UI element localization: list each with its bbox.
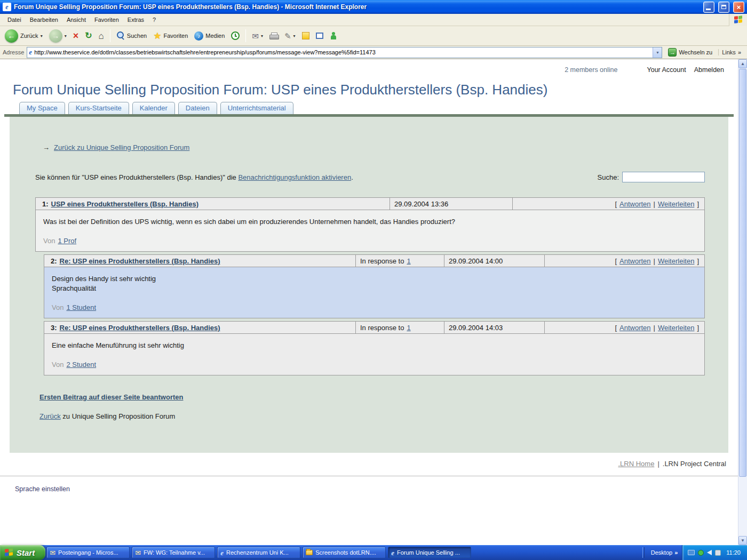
menu-datei[interactable]: Datei [3, 15, 26, 25]
refresh-button[interactable]: ↻ [82, 30, 94, 42]
back-to-forum-link[interactable]: Zurück zu Unique Selling Proposition For… [54, 143, 189, 151]
home-button[interactable]: ⌂ [96, 30, 107, 42]
minimize-button[interactable] [703, 2, 714, 13]
forum-search-input[interactable] [622, 172, 705, 182]
menu-ansicht[interactable]: Ansicht [62, 15, 90, 25]
reply-first-link[interactable]: Ersten Beitrag auf dieser Seite beantwor… [39, 393, 183, 401]
lrn-home-link[interactable]: .LRN Home [618, 460, 654, 468]
weiterleiten-link[interactable]: Weiterleiten [658, 324, 694, 332]
search-icon [116, 31, 125, 40]
scrollbar-thumb[interactable] [739, 69, 746, 477]
desktop-toolbar[interactable]: Desktop » [647, 549, 682, 556]
address-dropdown-button[interactable]: ▼ [653, 47, 662, 58]
go-button[interactable]: → Wechseln zu [665, 47, 716, 57]
tab-dateien[interactable]: Dateien [178, 102, 217, 114]
edit-button[interactable]: ✎ ▾ [282, 30, 298, 42]
weiterleiten-link[interactable]: Weiterleiten [658, 257, 694, 265]
forum-message-1: 1: USP eines Produktherstellers (Bsp. Ha… [35, 197, 705, 252]
mail-icon: ✉ [252, 32, 259, 40]
refresh-icon: ↻ [85, 31, 92, 40]
in-response-link[interactable]: 1 [407, 257, 410, 265]
messenger-button[interactable] [327, 30, 340, 42]
tray-app-icon[interactable] [715, 550, 721, 556]
mail-caret-icon: ▾ [261, 34, 263, 38]
scroll-up-button[interactable]: ▲ [738, 59, 747, 68]
message-title-link[interactable]: USP eines Produktherstellers (Bsp. Handi… [51, 200, 198, 208]
discuss-button[interactable] [299, 30, 312, 41]
message-number: 3: [51, 324, 57, 332]
message-number: 1: [42, 200, 49, 208]
footer-divider [0, 476, 738, 476]
your-account-link[interactable]: Your Account [647, 66, 686, 74]
tab-my-space[interactable]: My Space [19, 102, 65, 114]
restore-button[interactable] [718, 2, 729, 13]
in-response-label: In response to [360, 324, 404, 332]
task-posteingang[interactable]: ✉ Posteingang - Micros... [46, 547, 130, 558]
in-response-link[interactable]: 1 [407, 324, 410, 332]
scrollbar-track[interactable] [738, 477, 747, 536]
notify-text-after: . [351, 173, 353, 181]
browser-viewport: 2 members online Your Account Abmelden F… [0, 59, 747, 545]
antworten-link[interactable]: Antworten [619, 200, 651, 208]
task-forum-active[interactable]: e Forum Unique Selling ... [388, 547, 471, 558]
forward-button[interactable]: → ▾ [46, 28, 69, 44]
author-link[interactable]: 1 Student [66, 303, 96, 311]
forward-caret-icon: ▾ [65, 34, 67, 38]
author-link[interactable]: 2 Student [66, 361, 96, 369]
home-icon: ⌂ [99, 31, 104, 41]
menu-favoriten[interactable]: Favoriten [90, 15, 123, 25]
menu-extras[interactable]: Extras [123, 15, 148, 25]
network-icon[interactable] [688, 550, 695, 555]
logout-link[interactable]: Abmelden [694, 66, 724, 74]
taskbar: Start ✉ Posteingang - Micros... ✉ FW: WG… [0, 545, 747, 560]
bracket-open: [ [615, 324, 617, 332]
start-button[interactable]: Start [0, 545, 45, 560]
weiterleiten-link[interactable]: Weiterleiten [658, 200, 694, 208]
author-link[interactable]: 1 Prof [58, 237, 76, 245]
notify-text: Sie können für "USP eines Produktherstel… [35, 173, 353, 181]
task-label: Posteingang - Micros... [58, 549, 118, 556]
links-toolbar[interactable]: Links » [718, 49, 744, 55]
message-title-link[interactable]: Re: USP eines Produktherstellers (Bsp. H… [60, 257, 220, 265]
close-button[interactable]: × [733, 2, 744, 13]
message-date: 29.09.2004 14:00 [444, 255, 544, 267]
task-screenshots[interactable]: Screenshots dotLRN.... [303, 547, 386, 558]
antworten-link[interactable]: Antworten [619, 257, 651, 265]
print-button[interactable] [267, 31, 281, 41]
notification-activate-link[interactable]: Benachrichtigungsfunktion aktivieren [238, 173, 351, 181]
antworten-link[interactable]: Antworten [619, 324, 651, 332]
notify-row: Sie können für "USP eines Produktherstel… [35, 172, 705, 182]
tab-unterrichtsmaterial[interactable]: Unterrichtsmaterial [220, 102, 293, 114]
forward-icon: → [49, 29, 62, 43]
fullscreen-button[interactable] [313, 31, 326, 41]
ie-task-icon: e [220, 549, 224, 556]
messenger-icon [330, 32, 338, 40]
mail-button[interactable]: ✉ ▾ [249, 30, 266, 42]
message-title-link[interactable]: Re: USP eines Produktherstellers (Bsp. H… [60, 324, 220, 332]
media-button[interactable]: ♪ Medien [192, 30, 227, 42]
back-caret-icon: ▾ [41, 34, 43, 38]
language-link[interactable]: Sprache einstellen [15, 485, 738, 493]
address-input[interactable]: e http://www.theservice.de/dotlrn/classe… [27, 47, 662, 58]
tab-kalender[interactable]: Kalender [132, 102, 175, 114]
back-bottom-link[interactable]: Zurück [39, 412, 61, 420]
favorites-button[interactable]: ★ Favoriten [150, 30, 190, 42]
search-button[interactable]: Suchen [114, 30, 149, 42]
message-actions: [ Antworten | Weiterleiten ] [512, 198, 704, 210]
vertical-scrollbar[interactable]: ▲ ▼ [738, 59, 747, 545]
scroll-down-button[interactable]: ▼ [738, 536, 747, 545]
stop-button[interactable]: × [70, 29, 82, 42]
menu-bearbeiten[interactable]: Bearbeiten [26, 15, 62, 25]
menu-hilfe[interactable]: ? [148, 15, 160, 25]
tray-status-icon[interactable] [698, 550, 704, 556]
tab-kurs-startseite[interactable]: Kurs-Startseite [68, 102, 129, 114]
bracket-open: [ [615, 257, 617, 265]
volume-icon[interactable] [707, 550, 712, 555]
history-button[interactable] [228, 30, 242, 42]
von-label: Von [52, 303, 63, 311]
von-label: Von [43, 237, 55, 245]
back-button[interactable]: ← Zurück ▾ [2, 28, 45, 44]
fullscreen-icon [316, 33, 323, 39]
task-fw-wg-teilnahme[interactable]: ✉ FW: WG: Teilnahme v... [132, 547, 215, 558]
task-rechenzentrum[interactable]: e Rechenzentrum Uni K... [217, 547, 300, 558]
